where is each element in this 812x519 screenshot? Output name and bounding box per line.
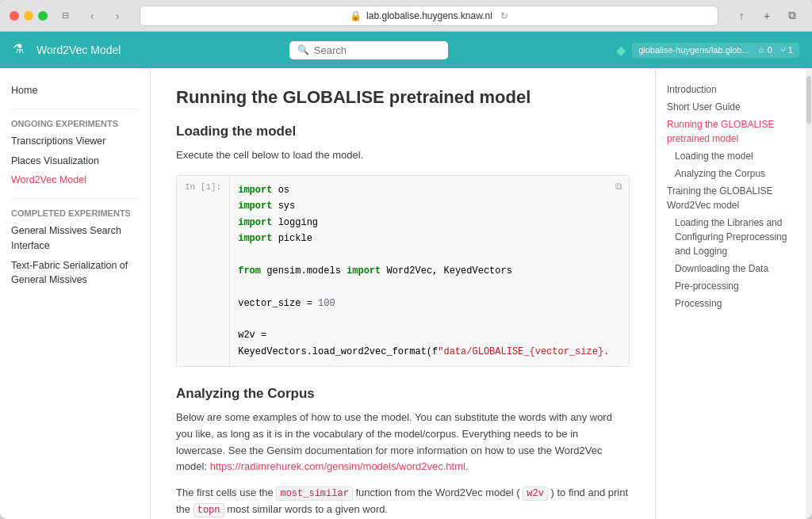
- scrollbar[interactable]: [806, 68, 812, 519]
- header-diamond-icon: ◆: [616, 43, 626, 58]
- section1-title: Loading the model: [176, 124, 630, 139]
- toc-item-loading-model[interactable]: Loading the model: [667, 147, 795, 165]
- windows-button[interactable]: ⧉: [782, 6, 802, 26]
- section2-desc2: The first cells use the most_similar fun…: [176, 485, 630, 518]
- forward-button[interactable]: ›: [108, 6, 127, 25]
- inline-code-most-similar: most_similar: [276, 487, 352, 501]
- maximize-button[interactable]: [38, 11, 48, 21]
- address-bar[interactable]: 🔒 lab.globalise.huygens.knaw.nl ↻: [140, 6, 718, 26]
- header-fork: ⑂ 1: [780, 45, 793, 55]
- sidebar-divider-2: [11, 198, 139, 199]
- left-sidebar: Home Ongoing experiments Transcriptions …: [0, 68, 151, 519]
- toc-item-introduction[interactable]: Introduction: [667, 81, 795, 98]
- main-layout: Home Ongoing experiments Transcriptions …: [0, 68, 812, 519]
- section2-desc2-part4: most similar words to a given word.: [227, 503, 388, 515]
- toc-item-training-w2v[interactable]: Training the GLOBALISE Word2Vec model: [667, 182, 795, 214]
- inline-code-topn: topn: [193, 503, 224, 517]
- sidebar-item-transcriptions[interactable]: Transcriptions Viewer: [11, 132, 139, 151]
- section2-desc2-part2: function from the Word2Vec model (: [356, 487, 520, 498]
- search-icon: 🔍: [297, 44, 309, 55]
- cell1-header: In [1]: import os import sys import logg…: [177, 176, 629, 366]
- lock-icon: 🔒: [350, 10, 362, 21]
- search-box[interactable]: 🔍: [289, 41, 448, 59]
- share-button[interactable]: ↑: [731, 6, 752, 26]
- section2-desc2-part1: The first cells use the: [176, 487, 274, 498]
- cell1-number: In [1]:: [177, 176, 229, 198]
- search-input[interactable]: [314, 44, 425, 56]
- sidebar-completed-label: Completed experiments: [11, 208, 139, 218]
- browser-titlebar: ⊟ ‹ › 🔒 lab.globalise.huygens.knaw.nl ↻ …: [0, 0, 812, 32]
- right-sidebar-toc: Introduction Short User Guide Running th…: [655, 68, 806, 519]
- toc-item-analyzing-corpus[interactable]: Analyzing the Corpus: [667, 165, 795, 182]
- header-url-text: globalise-huygens/lab.glob...: [638, 45, 749, 55]
- minimize-button[interactable]: [24, 11, 33, 21]
- app-header: ⚗ Word2Vec Model 🔍 ◆ globalise-huygens/l…: [0, 32, 812, 68]
- toc-item-processing[interactable]: Processing: [667, 295, 795, 312]
- close-button[interactable]: [10, 11, 19, 21]
- app-title: Word2Vec Model: [36, 44, 121, 56]
- page-title: Running the GLOBALISE pretrained model: [176, 87, 630, 108]
- section2-link[interactable]: https://radimrehurek.com/gensim/models/w…: [210, 460, 465, 472]
- sidebar-item-home[interactable]: Home: [11, 81, 139, 101]
- sidebar-divider-1: [11, 109, 139, 109]
- sidebar-item-places[interactable]: Places Visualization: [11, 151, 139, 171]
- scrollbar-thumb[interactable]: [806, 76, 811, 124]
- section1-desc: Execute the cell below to load the model…: [176, 147, 630, 164]
- section2-title: Analyzing the Corpus: [176, 386, 630, 402]
- sidebar-ongoing-label: Ongoing experiments: [11, 119, 139, 128]
- traffic-lights: [10, 11, 48, 21]
- toc-item-loading-libraries[interactable]: Loading the Libraries and Configuring Pr…: [667, 214, 795, 260]
- code-cell-1: In [1]: import os import sys import logg…: [176, 175, 630, 367]
- app-logo-icon: ⚗: [13, 41, 30, 59]
- sidebar-item-missives-search[interactable]: General Missives Search Interface: [11, 221, 139, 256]
- toc-item-running-globalise[interactable]: Running the GLOBALISE pretrained model: [667, 116, 795, 147]
- content-area: Running the GLOBALISE pretrained model L…: [151, 68, 655, 519]
- toc-item-short-user-guide[interactable]: Short User Guide: [667, 98, 795, 116]
- address-text: lab.globalise.huygens.knaw.nl: [366, 10, 492, 21]
- cell1-copy-button[interactable]: ⧉: [609, 176, 629, 197]
- header-star: ☆ 0: [757, 45, 772, 55]
- sidebar-item-text-fabric[interactable]: Text-Fabric Serialization of General Mis…: [11, 256, 139, 291]
- app-logo-area: ⚗ Word2Vec Model: [13, 41, 121, 59]
- section2-desc1: Below are some examples of how to use th…: [176, 410, 630, 475]
- inline-code-w2v: w2v: [523, 487, 548, 501]
- toc-item-downloading-data[interactable]: Downloading the Data: [667, 260, 795, 277]
- window-sidebar-icon[interactable]: ⊟: [54, 8, 76, 24]
- header-right: ◆ globalise-huygens/lab.glob... ☆ 0 ⑂ 1: [616, 43, 799, 58]
- sidebar-item-word2vec[interactable]: Word2Vec Model: [11, 170, 139, 190]
- back-button[interactable]: ‹: [82, 6, 102, 25]
- reload-icon[interactable]: ↻: [500, 10, 508, 21]
- cell1-code[interactable]: import os import sys import logging impo…: [229, 176, 609, 366]
- new-tab-button[interactable]: +: [756, 6, 777, 26]
- browser-actions: ↑ + ⧉: [731, 6, 802, 26]
- toc-item-preprocessing[interactable]: Pre-processing: [667, 277, 795, 295]
- header-search-area: 🔍: [130, 41, 607, 59]
- header-url-badge: globalise-huygens/lab.glob... ☆ 0 ⑂ 1: [632, 43, 799, 58]
